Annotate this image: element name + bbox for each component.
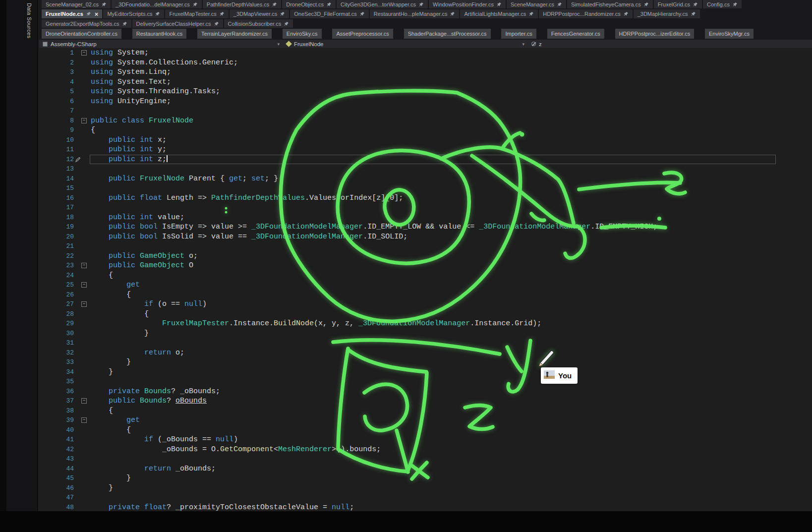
code-editor[interactable]: 1−using System;2using System.Collections… [39, 48, 812, 532]
pin-icon[interactable] [691, 11, 696, 16]
data-sources-panel-tab[interactable]: Data Sources [26, 3, 32, 38]
pin-icon[interactable] [497, 2, 502, 7]
close-icon[interactable]: × [95, 11, 99, 17]
code-line-43[interactable]: 43 [39, 454, 812, 464]
fold-margin[interactable]: − [79, 261, 91, 271]
file-tab[interactable]: FruxelGrid.cs [654, 0, 702, 8]
pin-icon[interactable] [529, 11, 534, 16]
file-tab[interactable]: OneSec3D_FileFormat.cs [290, 9, 369, 18]
code-line-12[interactable]: 12 public int z; [39, 155, 812, 165]
fold-margin[interactable]: − [79, 48, 91, 58]
pin-icon[interactable] [644, 2, 649, 7]
file-tab[interactable]: SceneManager.cs [507, 0, 566, 8]
file-tab[interactable]: FencesGenerator.cs [547, 29, 604, 39]
pin-icon[interactable] [693, 2, 698, 7]
collapse-region-icon[interactable]: − [81, 263, 87, 268]
code-line-9[interactable]: 9{ [39, 125, 812, 135]
code-line-13[interactable]: 13 [39, 164, 812, 174]
code-line-22[interactable]: 22 public GameObject o; [39, 251, 812, 261]
pin-icon[interactable] [327, 2, 332, 7]
pin-icon[interactable] [280, 11, 285, 16]
code-line-16[interactable]: 16 public float Length => PathfinderDept… [39, 193, 812, 203]
pin-icon[interactable] [450, 11, 455, 16]
member-dropdown[interactable]: z [528, 40, 545, 48]
collapse-region-icon[interactable]: − [81, 417, 87, 423]
code-line-24[interactable]: 24 { [39, 271, 812, 281]
code-line-39[interactable]: 39− get [39, 415, 812, 425]
code-line-19[interactable]: 19 public bool IsEmpty => value >= _3DFo… [39, 222, 812, 232]
fold-margin[interactable]: − [79, 116, 91, 126]
code-line-18[interactable]: 18 public int value; [39, 213, 812, 223]
code-line-26[interactable]: 26 { [39, 290, 812, 300]
code-line-36[interactable]: 36 private Bounds? _oBounds; [39, 387, 812, 397]
collapse-region-icon[interactable]: − [81, 118, 87, 123]
code-line-46[interactable]: 46 } [39, 483, 812, 493]
code-line-41[interactable]: 41 if (_oBounds == null) [39, 435, 812, 445]
code-line-33[interactable]: 33 } [39, 357, 812, 367]
file-tab[interactable]: TerrainLayerRandomizer.cs [197, 29, 272, 39]
file-tab[interactable]: RestaurantHook.cs [132, 29, 187, 39]
code-line-2[interactable]: 2using System.Collections.Generic; [39, 58, 812, 68]
fold-margin[interactable]: − [79, 280, 91, 290]
pin-icon[interactable] [122, 21, 127, 26]
pin-icon[interactable] [214, 21, 219, 26]
code-line-11[interactable]: 11 public int y; [39, 145, 812, 155]
pin-icon[interactable] [86, 11, 91, 16]
pin-icon[interactable] [733, 2, 738, 7]
code-line-5[interactable]: 5using System.Threading.Tasks; [39, 87, 812, 97]
code-line-35[interactable]: 35 [39, 377, 812, 387]
file-tab[interactable]: HDRPPostproc...Randomizer.cs [539, 9, 633, 18]
pin-icon[interactable] [624, 11, 629, 16]
file-tab[interactable]: _3DMapHierarchy.cs [634, 9, 700, 18]
code-line-34[interactable]: 34 } [39, 367, 812, 377]
code-line-28[interactable]: 28 { [39, 309, 812, 319]
chevron-down-icon[interactable]: ▾ [522, 42, 524, 47]
file-tab[interactable]: HDRPPostproc...izerEditor.cs [615, 29, 695, 39]
file-tab[interactable]: EnviroSky.cs [283, 29, 322, 39]
pin-icon[interactable] [360, 11, 365, 16]
pin-icon[interactable] [272, 2, 277, 7]
fold-margin[interactable]: − [79, 299, 91, 309]
collapse-region-icon[interactable]: − [81, 301, 87, 307]
code-line-45[interactable]: 45 } [39, 473, 812, 483]
file-tab[interactable]: Generator2ExportMapTools.cs [42, 19, 131, 28]
code-line-37[interactable]: 37− public Bounds? oBounds [39, 396, 812, 406]
file-tab[interactable]: PathfinderDepthValues.cs [203, 0, 281, 8]
fold-margin[interactable]: − [79, 396, 91, 406]
file-tab[interactable]: DroneOrientationController.cs [42, 29, 121, 39]
pin-icon[interactable] [419, 2, 424, 7]
code-line-25[interactable]: 25− get [39, 280, 812, 290]
code-line-38[interactable]: 38 { [39, 406, 812, 416]
pin-icon[interactable] [284, 21, 289, 26]
code-line-3[interactable]: 3using System.Linq; [39, 67, 812, 77]
file-tab[interactable]: WindowPositionFinder.cs [429, 0, 506, 8]
code-line-47[interactable]: 47 [39, 493, 812, 503]
collapse-region-icon[interactable]: − [81, 50, 87, 56]
file-tab[interactable]: Config.cs [703, 0, 742, 8]
file-tab[interactable]: CollisionSubscriber.cs [224, 19, 293, 28]
file-tab[interactable]: ShaderPackage...stProcessor.cs [404, 29, 491, 39]
collapse-region-icon[interactable]: − [81, 398, 87, 404]
code-line-14[interactable]: 14 public FruxelNode Parent { get; set; … [39, 174, 812, 184]
chevron-down-icon[interactable]: ▾ [277, 42, 280, 47]
collapse-region-icon[interactable]: − [81, 282, 87, 288]
code-line-30[interactable]: 30 } [39, 329, 812, 339]
file-tab[interactable]: SimulatedFisheyeCamera.cs [567, 0, 653, 8]
code-line-21[interactable]: 21 [39, 241, 812, 251]
code-line-31[interactable]: 31 [39, 338, 812, 348]
code-line-17[interactable]: 17 [39, 203, 812, 213]
code-line-44[interactable]: 44 return _oBounds; [39, 464, 812, 474]
code-line-40[interactable]: 40 { [39, 425, 812, 435]
file-tab[interactable]: CityGen3DGen...torWrapper.cs [337, 0, 428, 8]
pin-icon[interactable] [193, 2, 198, 7]
file-tab[interactable]: EnviroSkyMgr.cs [705, 29, 754, 39]
file-tab[interactable]: DeliverySurfaceClassHelper.cs [132, 19, 223, 28]
file-tab[interactable]: AssetPreprocessor.cs [332, 29, 393, 39]
file-tab[interactable]: FruxelNode.cs× [42, 9, 102, 18]
code-line-6[interactable]: 6using UnityEngine; [39, 97, 812, 107]
file-tab[interactable]: DroneObject.cs [282, 0, 336, 8]
code-line-27[interactable]: 27− if (o == null) [39, 299, 812, 309]
code-line-29[interactable]: 29 FruxelMapTester.Instance.BuildNode(x,… [39, 319, 812, 329]
code-line-1[interactable]: 1−using System; [39, 48, 812, 58]
code-line-20[interactable]: 20 public bool IsSolid => value == _3DFo… [39, 232, 812, 242]
